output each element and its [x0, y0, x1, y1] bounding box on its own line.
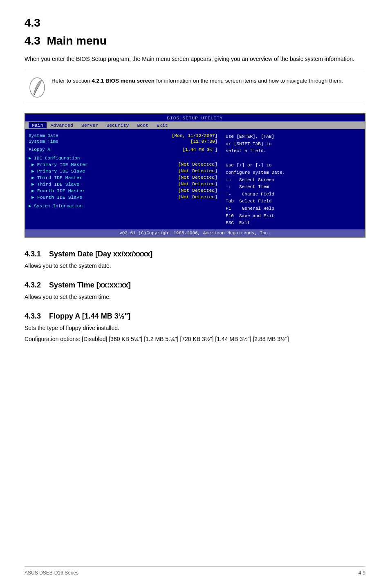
bios-right-help: Use [ENTER], [TAB] or [SHIFT-TAB] to sel… [226, 133, 361, 177]
subsection-431-desc: Allows you to set the system date. [25, 262, 365, 270]
section-title: 4.3 [25, 16, 365, 29]
bios-menu-boot[interactable]: Boot [133, 122, 152, 128]
bios-submenu-fourth-slave[interactable]: ▶ Fourth IDE Slave [Not Detected] [29, 194, 217, 200]
bios-row-floppy: Floppy A [1.44 MB 3½"] [29, 147, 217, 152]
subsection-433-title: 4.3.3 Floppy A [1.44 MB 3½"] [25, 312, 365, 321]
bios-menu-main[interactable]: Main [29, 122, 47, 128]
subsection-432: 4.3.2 System Time [xx:xx:xx] Allows you … [25, 281, 365, 301]
footer-left: ASUS DSEB-D16 Series [25, 570, 78, 576]
subsection-432-title: 4.3.2 System Time [xx:xx:xx] [25, 281, 365, 290]
bios-menu-exit[interactable]: Exit [152, 122, 172, 128]
section-intro: When you enter the BIOS Setup program, t… [25, 55, 365, 63]
bios-submenu-third-master[interactable]: ▶ Third IDE Master [Not Detected] [29, 175, 217, 180]
bios-left-panel: System Date [Mon, 11/12/2007] System Tim… [29, 133, 222, 227]
subsection-431-title: 4.3.1 System Date [Day xx/xx/xxxx] [25, 250, 365, 258]
bios-submenu-fourth-master[interactable]: ▶ Fourth IDE Master [Not Detected] [29, 188, 217, 193]
subsection-433: 4.3.3 Floppy A [1.44 MB 3½"] Sets the ty… [25, 312, 365, 343]
bios-menubar: Main Advanced Server Security Boot Exit [25, 121, 365, 129]
bios-right-panel: Use [ENTER], [TAB] or [SHIFT-TAB] to sel… [222, 133, 361, 227]
bios-submenu-primary-master[interactable]: ▶ Primary IDE Master [Not Detected] [29, 162, 217, 167]
bios-body: System Date [Mon, 11/12/2007] System Tim… [25, 129, 365, 229]
bios-screen: BIOS SETUP UTILITY Main Advanced Server … [25, 113, 365, 238]
bios-footer: v02.61 (C)Copyright 1985-2006, American … [25, 229, 365, 237]
note-text: Refer to section 4.2.1 BIOS menu screen … [52, 77, 343, 85]
bios-menu-server[interactable]: Server [77, 122, 102, 128]
note-icon [29, 77, 46, 98]
bios-row-system-date: System Date [Mon, 11/12/2007] [29, 133, 217, 138]
footer-right: 4-9 [359, 570, 365, 576]
subsection-433-desc: Sets the type of floppy drive installed. [25, 324, 365, 332]
bios-submenu-third-slave[interactable]: ▶ Third IDE Slave [Not Detected] [29, 181, 217, 187]
subsection-431: 4.3.1 System Date [Day xx/xx/xxxx] Allow… [25, 250, 365, 270]
bios-menu-security[interactable]: Security [102, 122, 133, 128]
bios-key-help: ←→ Select Screen ↑↓ Select Item +- Chang… [226, 177, 361, 227]
subsection-433-config: Configuration options: [Disabled] [360 K… [25, 335, 365, 343]
bios-submenu-ide-config[interactable]: IDE Configuration [29, 155, 217, 161]
note-box: Refer to section 4.2.1 BIOS menu screen … [25, 71, 365, 104]
bios-header: BIOS SETUP UTILITY [25, 114, 365, 121]
section-heading: 4.3 Main menu [25, 34, 107, 47]
bios-row-system-time: System Time [11:07:30] [29, 139, 217, 144]
subsection-432-desc: Allows you to set the system time. [25, 293, 365, 301]
page-footer: ASUS DSEB-D16 Series 4-9 [25, 566, 365, 576]
bios-submenu-primary-slave[interactable]: ▶ Primary IDE Slave [Not Detected] [29, 168, 217, 174]
bios-menu-advanced[interactable]: Advanced [47, 122, 77, 128]
bios-submenu-system-info[interactable]: System Information [29, 203, 217, 209]
